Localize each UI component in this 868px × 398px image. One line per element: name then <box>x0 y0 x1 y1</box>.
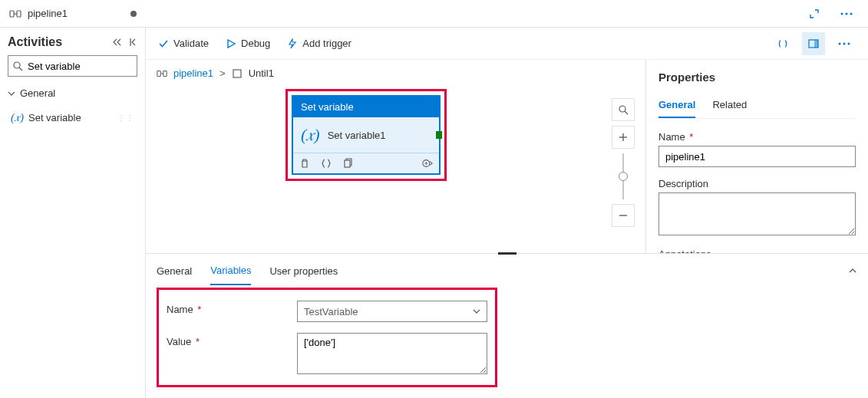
svg-rect-18 <box>345 160 350 167</box>
panel-collapse-icon[interactable] <box>848 266 857 275</box>
bottom-panel: General Variables User properties Name *… <box>146 253 868 398</box>
svg-line-8 <box>19 67 22 71</box>
expand-icon[interactable] <box>804 3 825 25</box>
props-name-input[interactable] <box>658 146 856 167</box>
activity-node-set-variable[interactable]: Set variable (𝑥) Set variable1 <box>292 96 440 174</box>
zoom-thumb[interactable] <box>619 172 628 181</box>
chevron-down-icon <box>473 308 480 315</box>
properties-toggle-button[interactable] <box>802 32 825 55</box>
search-icon <box>13 61 23 71</box>
breadcrumb-until: Until1 <box>249 67 274 79</box>
drag-grip-icon: ⋮⋮ <box>117 113 134 122</box>
panel-resize-handle[interactable] <box>498 252 517 255</box>
pipeline-canvas[interactable]: pipeline1 > Until1 Set variable (𝑥) S <box>146 60 645 253</box>
svg-line-21 <box>625 111 628 114</box>
add-trigger-button[interactable]: Add trigger <box>287 38 351 49</box>
editor-tab-pipeline1[interactable]: pipeline1 <box>0 0 146 27</box>
form-value-label: Value * <box>167 333 297 347</box>
svg-point-20 <box>619 106 625 112</box>
props-desc-input[interactable] <box>658 192 856 235</box>
props-name-label: Name * <box>658 131 856 143</box>
svg-point-7 <box>14 62 20 68</box>
svg-point-4 <box>846 12 848 15</box>
zoom-controls <box>612 98 635 227</box>
success-connector[interactable] <box>436 131 442 139</box>
collapse-icon[interactable] <box>130 38 137 47</box>
highlight-box-form: Name * TestVariable Value * <box>157 288 497 387</box>
props-tab-related[interactable]: Related <box>712 94 747 118</box>
delete-icon[interactable] <box>299 158 310 169</box>
tab-title: pipeline1 <box>28 8 124 19</box>
svg-rect-14 <box>157 71 160 76</box>
svg-rect-1 <box>17 11 21 17</box>
svg-point-5 <box>850 12 853 15</box>
section-general[interactable]: General <box>8 84 137 102</box>
highlight-box-node: Set variable (𝑥) Set variable1 <box>285 89 447 181</box>
svg-rect-0 <box>10 11 14 17</box>
bp-tab-general[interactable]: General <box>157 258 192 285</box>
properties-title: Properties <box>658 71 856 84</box>
activity-search-input[interactable] <box>28 61 157 72</box>
add-output-icon[interactable] <box>422 158 433 169</box>
chevron-down-icon <box>8 90 15 97</box>
activity-search[interactable] <box>8 55 137 77</box>
debug-button[interactable]: Debug <box>226 38 270 49</box>
breadcrumb-pipeline[interactable]: pipeline1 <box>173 67 213 79</box>
svg-point-3 <box>841 12 843 15</box>
props-tab-general[interactable]: General <box>658 94 695 118</box>
props-desc-label: Description <box>658 178 856 189</box>
sidebar-title: Activities <box>8 35 62 49</box>
zoom-slider[interactable] <box>622 153 624 199</box>
fx-icon: (𝑥) <box>11 111 24 124</box>
form-name-label: Name * <box>167 301 297 315</box>
svg-point-13 <box>848 42 850 44</box>
until-icon <box>232 68 243 79</box>
variable-name-select[interactable]: TestVariable <box>297 301 487 322</box>
collapse-double-icon[interactable] <box>113 38 122 47</box>
unsaved-indicator-icon <box>130 11 137 17</box>
braces-icon[interactable] <box>321 158 332 169</box>
svg-rect-15 <box>163 71 167 76</box>
zoom-fit-button[interactable] <box>612 98 635 121</box>
canvas-toolbar: Validate Debug Add trigger <box>146 28 868 60</box>
bp-tab-variables[interactable]: Variables <box>210 257 251 285</box>
code-view-button[interactable] <box>771 32 794 55</box>
pipeline-icon <box>157 68 167 79</box>
svg-point-12 <box>843 42 846 44</box>
validate-button[interactable]: Validate <box>158 38 209 49</box>
properties-panel: Properties General Related Name * Descri… <box>645 60 868 253</box>
fx-icon: (𝑥) <box>301 125 320 145</box>
more-icon[interactable] <box>836 3 857 25</box>
copy-icon[interactable] <box>342 158 353 169</box>
variable-value-input[interactable] <box>297 333 487 374</box>
pipeline-icon <box>9 8 21 20</box>
activities-sidebar: Activities <box>0 28 146 398</box>
svg-rect-10 <box>814 40 818 48</box>
node-header: Set variable <box>293 97 439 117</box>
zoom-in-button[interactable] <box>612 126 635 149</box>
tab-bar: pipeline1 <box>0 0 868 28</box>
node-title: Set variable1 <box>328 130 386 141</box>
bp-tab-user-properties[interactable]: User properties <box>269 258 338 285</box>
toolbar-more-icon[interactable] <box>833 32 856 55</box>
svg-point-11 <box>839 42 841 44</box>
zoom-out-button[interactable] <box>612 204 635 227</box>
breadcrumb: pipeline1 > Until1 <box>157 67 635 79</box>
activity-set-variable[interactable]: (𝑥) Set variable ⋮⋮ <box>8 107 137 129</box>
svg-rect-17 <box>233 70 241 77</box>
